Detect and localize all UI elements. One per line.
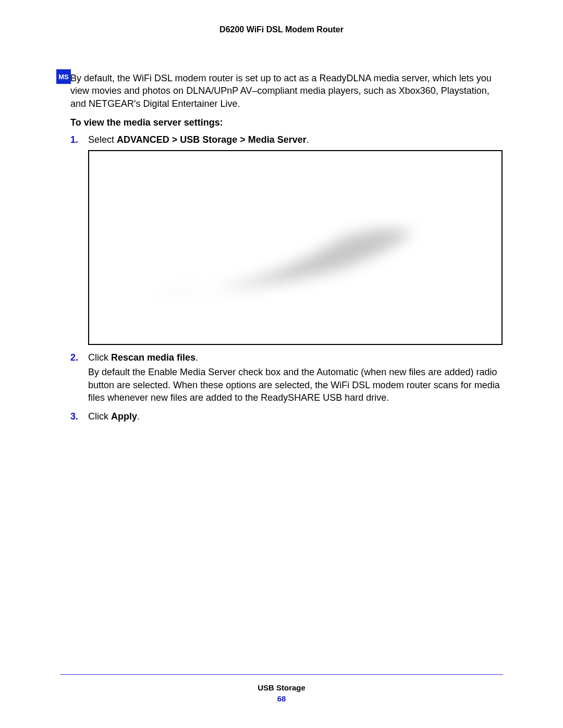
- step-suffix: .: [137, 411, 140, 422]
- intro-paragraph: By default, the WiFi DSL modem router is…: [70, 72, 503, 110]
- screenshot-placeholder: [88, 150, 503, 345]
- document-header-title: D6200 WiFi DSL Modem Router: [0, 25, 563, 34]
- page: D6200 WiFi DSL Modem Router MS By defaul…: [0, 0, 563, 728]
- step-prefix: Select: [88, 134, 117, 145]
- swoosh-graphic: [152, 219, 423, 307]
- step-number: 3.: [70, 410, 78, 423]
- footer-page-number: 68: [0, 694, 563, 703]
- footer-section-name: USB Storage: [0, 683, 563, 692]
- step-bold: Rescan media files: [111, 352, 195, 363]
- step-3: 3. Click Apply.: [70, 410, 503, 423]
- step-body: By default the Enable Media Server check…: [88, 366, 503, 404]
- step-suffix: .: [195, 352, 198, 363]
- procedure-heading: To view the media server settings:: [70, 117, 503, 128]
- section-icon-label: MS: [58, 73, 69, 81]
- step-prefix: Click: [88, 352, 111, 363]
- step-text: Click Apply.: [88, 411, 140, 422]
- page-footer: USB Storage 68: [0, 674, 563, 703]
- section-icon: MS: [56, 69, 71, 84]
- step-prefix: Click: [88, 411, 111, 422]
- step-bold: ADVANCED > USB Storage > Media Server: [117, 134, 307, 145]
- step-list: 1. Select ADVANCED > USB Storage > Media…: [70, 133, 503, 423]
- content-area: By default, the WiFi DSL modem router is…: [70, 72, 503, 423]
- step-2: 2. Click Rescan media files. By default …: [70, 351, 503, 404]
- step-text: Click Rescan media files.: [88, 352, 198, 363]
- step-text: Select ADVANCED > USB Storage > Media Se…: [88, 134, 309, 145]
- footer-rule: [60, 674, 503, 675]
- step-number: 1.: [70, 133, 78, 146]
- step-suffix: .: [307, 134, 309, 145]
- step-1: 1. Select ADVANCED > USB Storage > Media…: [70, 133, 503, 345]
- step-number: 2.: [70, 351, 78, 364]
- step-bold: Apply: [111, 411, 137, 422]
